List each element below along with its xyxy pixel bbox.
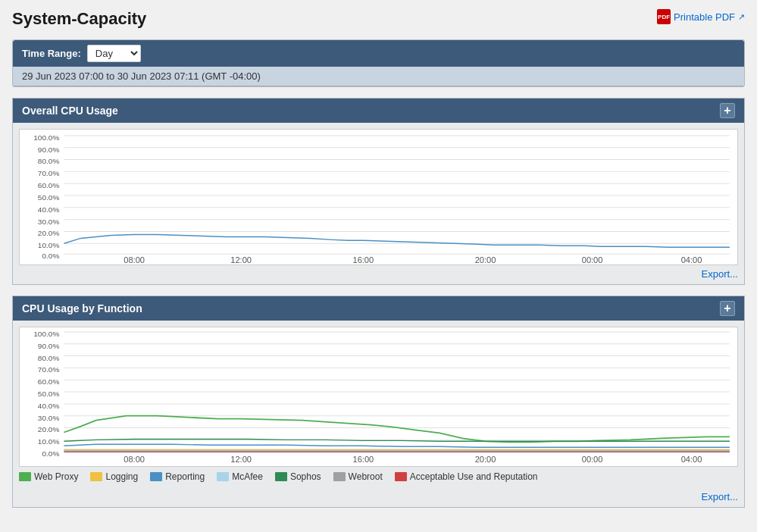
cpu-by-function-expand-btn[interactable]: + xyxy=(720,301,735,316)
cpu-by-function-export-link[interactable]: Export... xyxy=(702,491,738,502)
yf-label-50: 50.0% xyxy=(38,390,60,398)
web-proxy-line xyxy=(64,416,729,443)
xf-label-1600: 16:00 xyxy=(352,455,374,464)
xf-label-0800: 08:00 xyxy=(124,455,145,464)
external-link-icon: ↗ xyxy=(738,12,745,22)
printable-pdf-button[interactable]: PDF Printable PDF ↗ xyxy=(657,9,745,24)
cpu-by-function-svg: 100.0% 90.0% 80.0% 70.0% 60.0% 50.0% 40.… xyxy=(20,327,737,466)
time-range-select[interactable]: Day Hour Week Month Year xyxy=(87,45,141,62)
legend-color-logging xyxy=(90,472,102,481)
xf-label-1200: 12:00 xyxy=(230,455,252,464)
x-label-2000: 20:00 xyxy=(475,255,496,264)
printable-pdf-label: Printable PDF xyxy=(674,11,735,23)
legend-label-logging: Logging xyxy=(105,471,138,482)
pdf-icon: PDF xyxy=(657,9,671,24)
yf-label-90: 90.0% xyxy=(38,342,60,350)
y-label-90: 90.0% xyxy=(38,146,60,154)
legend-label-mcafee: McAfee xyxy=(232,471,263,482)
xf-label-0400: 04:00 xyxy=(681,455,702,464)
controls-bar: Time Range: Day Hour Week Month Year xyxy=(13,40,744,67)
y-label-30: 30.0% xyxy=(38,217,60,226)
legend-color-web-proxy xyxy=(19,472,31,481)
legend-color-webroot xyxy=(333,472,346,481)
yf-label-20: 20.0% xyxy=(38,426,60,434)
y-label-70: 70.0% xyxy=(38,169,60,177)
overall-cpu-chart-header: Overall CPU Usage + xyxy=(13,99,744,123)
overall-cpu-svg: 100.0% 90.0% 80.0% 70.0% 60.0% 50.0% 40.… xyxy=(20,130,737,264)
yf-label-100: 100.0% xyxy=(33,330,59,338)
y-label-100: 100.0% xyxy=(33,133,59,142)
legend-mcafee: McAfee xyxy=(217,471,263,482)
yf-label-60: 60.0% xyxy=(38,377,60,386)
y-label-10: 10.0% xyxy=(38,241,60,249)
legend-label-acceptable-use: Acceptable Use and Reputation xyxy=(410,471,538,482)
legend-bar: Web Proxy Logging Reporting McAfee Sopho… xyxy=(13,467,744,488)
page-title: System-Capacity xyxy=(12,9,745,29)
x-label-0000: 00:00 xyxy=(582,255,603,264)
yf-label-30: 30.0% xyxy=(38,414,60,422)
overall-cpu-chart-section: Overall CPU Usage + 100.0% 90.0% 80.0% 7… xyxy=(12,98,745,285)
legend-color-sophos xyxy=(275,472,287,481)
cpu-by-function-chart-area: 100.0% 90.0% 80.0% 70.0% 60.0% 50.0% 40.… xyxy=(19,327,738,467)
yf-label-10: 10.0% xyxy=(38,437,60,446)
y-label-60: 60.0% xyxy=(38,181,60,189)
overall-cpu-expand-btn[interactable]: + xyxy=(720,103,735,118)
legend-color-reporting xyxy=(150,472,162,481)
time-range-label: Time Range: xyxy=(22,48,81,59)
y-label-0: 0.0% xyxy=(42,252,59,260)
legend-color-mcafee xyxy=(217,472,229,481)
yf-label-40: 40.0% xyxy=(38,402,60,410)
reporting-line xyxy=(64,444,729,447)
legend-label-reporting: Reporting xyxy=(165,471,205,482)
overall-cpu-line xyxy=(64,234,729,247)
yf-label-0: 0.0% xyxy=(42,449,59,458)
cpu-by-function-chart-footer: Export... xyxy=(13,488,744,507)
y-label-20: 20.0% xyxy=(38,230,60,238)
overall-cpu-title: Overall CPU Usage xyxy=(22,105,118,117)
legend-sophos: Sophos xyxy=(275,471,321,482)
y-label-80: 80.0% xyxy=(38,158,60,166)
overall-cpu-chart-area: 100.0% 90.0% 80.0% 70.0% 60.0% 50.0% 40.… xyxy=(19,129,738,265)
overall-cpu-chart-body: 100.0% 90.0% 80.0% 70.0% 60.0% 50.0% 40.… xyxy=(13,123,744,265)
legend-web-proxy: Web Proxy xyxy=(19,471,78,482)
cpu-by-function-chart-body: 100.0% 90.0% 80.0% 70.0% 60.0% 50.0% 40.… xyxy=(13,321,744,467)
date-range-text: 29 Jun 2023 07:00 to 30 Jun 2023 07:11 (… xyxy=(22,70,261,82)
y-label-40: 40.0% xyxy=(38,205,60,214)
page-container: PDF Printable PDF ↗ System-Capacity Time… xyxy=(0,0,757,527)
controls-wrapper: Time Range: Day Hour Week Month Year 29 … xyxy=(12,39,745,87)
x-label-0400: 04:00 xyxy=(681,255,702,264)
legend-label-web-proxy: Web Proxy xyxy=(34,471,78,482)
cpu-by-function-title: CPU Usage by Function xyxy=(22,302,142,315)
legend-label-sophos: Sophos xyxy=(290,471,321,482)
overall-cpu-chart-footer: Export... xyxy=(13,265,744,284)
cpu-by-function-chart-header: CPU Usage by Function + xyxy=(13,296,744,321)
x-label-1600: 16:00 xyxy=(352,255,374,264)
y-label-50: 50.0% xyxy=(38,193,60,202)
xf-label-2000: 20:00 xyxy=(475,455,496,464)
legend-acceptable-use: Acceptable Use and Reputation xyxy=(395,471,538,482)
xf-label-0000: 00:00 xyxy=(582,455,603,464)
date-range-bar: 29 Jun 2023 07:00 to 30 Jun 2023 07:11 (… xyxy=(13,67,744,86)
overall-cpu-export-link[interactable]: Export... xyxy=(702,268,738,280)
cpu-by-function-chart-section: CPU Usage by Function + 100.0% 90.0% 80.… xyxy=(12,296,745,508)
x-label-1200: 12:00 xyxy=(230,255,252,264)
legend-reporting: Reporting xyxy=(150,471,205,482)
legend-webroot: Webroot xyxy=(333,471,383,482)
yf-label-70: 70.0% xyxy=(38,365,60,374)
yf-label-80: 80.0% xyxy=(38,354,60,362)
x-label-0800: 08:00 xyxy=(124,255,145,264)
legend-color-acceptable-use xyxy=(395,472,407,481)
legend-logging: Logging xyxy=(90,471,138,482)
legend-label-webroot: Webroot xyxy=(349,471,383,482)
